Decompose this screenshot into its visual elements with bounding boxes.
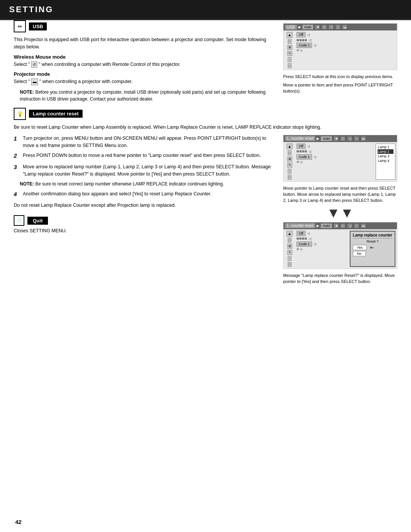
usb-extra: ↺ ◁	[296, 49, 302, 52]
lamp-label: Lamp counter reset	[29, 110, 83, 118]
proj-icon: ▬	[31, 78, 38, 85]
lamp-mockup1-header: L. counter reset ▶ Auto ◀ ▷ ◁ ♪ ▬	[284, 135, 397, 142]
usb-dots-row: ⊞⊞⊞⊞ ◁	[296, 38, 395, 42]
lm1-off-arr: ◁	[307, 144, 310, 148]
lm2-code-arr: ◁	[314, 242, 316, 246]
lamp-m1-caption: Move pointer to Lamp counter reset and t…	[283, 185, 397, 204]
step3-note-text: Be sure to reset correct lamp number oth…	[35, 181, 224, 187]
lamp-dialog-no: No	[353, 251, 366, 256]
lamp-step4-list: 4 Another confirmation dialog box appear…	[14, 190, 274, 199]
lm2-dots-arr: ◁	[309, 237, 311, 241]
usb-mockup: USB ▶ Auto ◀ ▷ ◁ ♪ ▬ ▲ □ ⊞ ✎	[283, 23, 397, 70]
lamp-icon: 💡	[14, 108, 26, 120]
lamp-m2-auto: Auto	[321, 224, 332, 228]
lamp-item-2-selected: Lamp 2	[378, 149, 393, 154]
lm1-s6: □	[288, 175, 292, 180]
lamp-item-1: Lamp 1	[378, 145, 393, 149]
usb-off: Off	[296, 32, 306, 37]
quit-icon-glyph: 📄	[16, 218, 22, 223]
side-icon-2: □	[288, 39, 292, 44]
step3-note-label: NOTE:	[20, 181, 34, 187]
usb-mockup-inner: ▲ □ ⊞ ✎ ↕ □ Off ◁	[285, 32, 395, 68]
side-icon-5: ↕	[288, 57, 292, 62]
lm2-off-arr: ◁	[307, 232, 310, 235]
lm1-dots: ⊞⊞⊞⊞ ◁	[296, 150, 373, 153]
usb-body: This Projector is equipped with USB port…	[14, 36, 274, 51]
lamp-m2-ctrl1: ◀	[333, 223, 339, 228]
step2-num: 2	[14, 152, 20, 160]
lm2-extra: ↺ ◁	[296, 248, 347, 251]
lm2-s2: □	[288, 238, 292, 243]
usb-mockup-header: USB ▶ Auto ◀ ▷ ◁ ♪ ▬	[284, 24, 397, 30]
step4-text: Another confirmation dialog box appears …	[23, 190, 274, 199]
lm1-s1: ▲	[287, 144, 293, 149]
usb-right: USB ▶ Auto ◀ ▷ ◁ ♪ ▬ ▲ □ ⊞ ✎	[283, 20, 397, 104]
page-title: SETTING	[9, 5, 53, 14]
lamp-dialog-title: Lamp replace counter	[353, 233, 392, 238]
quit-text: Closes SETTING MENU.	[14, 227, 274, 235]
lm2-code: Code 1 ◁	[296, 241, 347, 247]
usb-mockup-title: USB	[285, 25, 297, 30]
lamp-intro: Be sure to reset Lamp Counter when Lamp …	[14, 124, 397, 131]
lm1-s5: ↕	[288, 169, 292, 174]
lamp-m2-ctrl3: ◁	[347, 223, 352, 228]
lamp-m2-side: ▲ □ ⊞ ✎ ↕ □	[285, 231, 294, 267]
lamp-list: Lamp 1 Lamp 2 Lamp 3 Lamp 4	[376, 144, 395, 180]
side-icon-1: ▲	[287, 32, 293, 38]
lamp-m1-ctrl2: ▷	[340, 136, 346, 141]
lamp-dialog-yes-row: Yes ⇐	[353, 245, 392, 250]
lm2-s1: ▲	[287, 231, 293, 236]
usb-off-row: Off ◁	[296, 32, 395, 37]
lamp-mockup2-title: L. counter reset	[285, 223, 315, 228]
wireless-icon: ↺	[31, 61, 37, 68]
lm1-dots-val: ⊞⊞⊞⊞	[296, 150, 307, 153]
quit-icon: 📄	[14, 215, 24, 226]
lamp-mockup1: L. counter reset ▶ Auto ◀ ▷ ◁ ♪ ▬ ▲	[283, 135, 397, 182]
lamp-right: L. counter reset ▶ Auto ◀ ▷ ◁ ♪ ▬ ▲	[283, 135, 397, 285]
lamp-dialog-subtitle: Reset ?	[353, 240, 392, 243]
lm1-dots-arr: ◁	[309, 150, 311, 153]
lamp-step-2: 2 Press POINT DOWN button to move a red …	[14, 152, 274, 160]
lamp-m1-arrow: ▶	[317, 137, 319, 141]
usb-caption1-text: Press SELECT button at this icon to disp…	[283, 74, 393, 79]
main-content: ⇔ USB This Projector is equipped with US…	[0, 20, 411, 300]
lamp-icon-row: 💡 Lamp counter reset	[14, 108, 397, 120]
lm1-code: Code 1 ◁	[296, 154, 373, 160]
lamp-m1-ctrl3: ◁	[347, 136, 352, 141]
lm2-code-btn: Code 1	[296, 241, 312, 247]
usb-dots: ⊞⊞⊞⊞	[296, 38, 307, 42]
usb-ctrl1: ◀	[315, 24, 320, 30]
usb-note-text: Before you control a projector by comput…	[20, 89, 266, 102]
lamp-m1-side: ▲ □ ⊞ ✎ ↕ □	[285, 144, 294, 180]
lamp-m2-ctrl5: ▬	[361, 223, 366, 228]
lamp-mockup1-body: ▲ □ ⊞ ✎ ↕ □ Off ◁	[284, 142, 397, 181]
lamp-dialog-no-row: No	[353, 251, 392, 256]
wireless-mouse-heading: Wireless Mouse mode	[14, 54, 274, 60]
lamp-m2-inner: ▲ □ ⊞ ✎ ↕ □ Off ◁	[285, 231, 395, 267]
usb-off-arrow: ◁	[307, 33, 310, 37]
lamp-section: 💡 Lamp counter reset Be sure to reset La…	[14, 108, 397, 285]
lm2-s5: ↕	[288, 256, 292, 261]
wireless-mouse-text: Select " ↺ " when controlling a computer…	[14, 61, 274, 68]
lamp-m1-ctrl5: ▬	[361, 136, 366, 141]
lm1-s4: ✎	[287, 163, 292, 168]
page-header: SETTING	[0, 0, 411, 19]
usb-caption2-text: Move a pointer to item and then press PO…	[283, 83, 393, 93]
lm2-off-btn: Off	[296, 231, 306, 236]
usb-dots-arrow: ◁	[309, 38, 311, 42]
usb-mockup-body: ▲ □ ⊞ ✎ ↕ □ Off ◁	[284, 30, 397, 70]
step1-text: Turn projector on, press MENU button and…	[23, 135, 274, 149]
lm1-s3: ⊞	[287, 157, 292, 161]
lamp-m1-ctrl1: ◀	[333, 136, 339, 141]
usb-left: ⇔ USB This Projector is equipped with US…	[14, 20, 274, 104]
usb-code-arrow: ◁	[314, 43, 316, 47]
usb-icon-row: ⇔ USB	[14, 20, 274, 32]
lm1-off-btn: Off	[296, 144, 306, 149]
lamp-icon-glyph: 💡	[17, 111, 23, 117]
step3-text: Move arrow to replaced lamp number (Lamp…	[23, 163, 274, 178]
lm1-extra: ↺ ◁	[296, 160, 373, 164]
lamp-step-1: 1 Turn projector on, press MENU button a…	[14, 135, 274, 149]
lamp-mockup2: L. counter reset ▶ Auto ◀ ▷ ◁ ♪ ▬ ▲	[283, 222, 397, 269]
arrow-down: ▼▼	[283, 206, 397, 220]
lamp-m1-menu: Off ◁ ⊞⊞⊞⊞ ◁ Code 1 ◁	[296, 144, 373, 180]
